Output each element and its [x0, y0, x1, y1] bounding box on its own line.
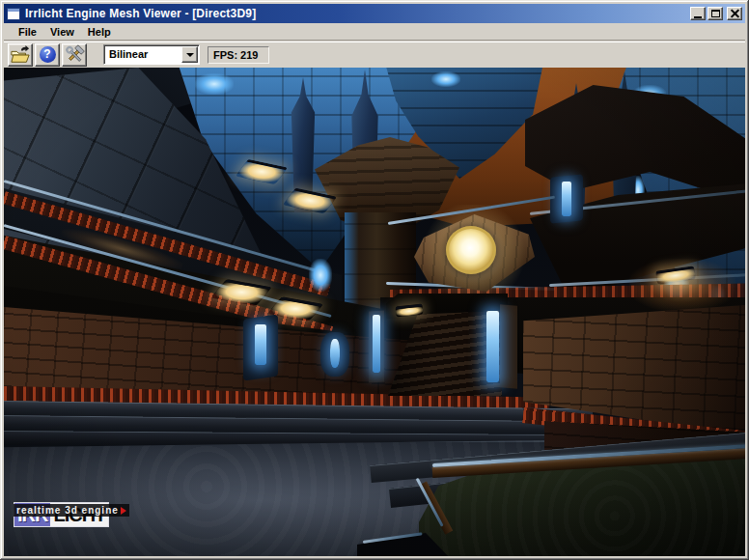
menu-help[interactable]: Help: [81, 24, 118, 40]
vignette: [4, 68, 745, 556]
texture-filter-value: Bilinear: [109, 48, 148, 60]
minimize-button[interactable]: [690, 7, 706, 20]
fps-display: FPS: 219: [208, 46, 269, 64]
toolbar: ? Bilinear FPS: 219: [4, 42, 745, 68]
combo-dropdown-button[interactable]: [181, 46, 198, 63]
viewport-3d[interactable]: IRR LICHT realtime 3d engine: [4, 68, 745, 556]
help-button[interactable]: ?: [35, 43, 60, 67]
chevron-down-icon: [186, 53, 194, 57]
logo-tagline: realtime 3d engine: [14, 504, 129, 517]
close-button[interactable]: [727, 7, 742, 20]
menu-view[interactable]: View: [43, 24, 81, 40]
minimize-icon: [694, 16, 702, 18]
app-window: Irrlicht Engine Mesh Viewer - [Direct3D9…: [0, 0, 749, 560]
maximize-icon: [711, 10, 720, 17]
window-title: Irrlicht Engine Mesh Viewer - [Direct3D9…: [25, 7, 688, 20]
close-icon: [731, 10, 739, 17]
menu-bar: File View Help: [4, 23, 745, 41]
texture-filter-select[interactable]: Bilinear: [103, 44, 200, 65]
open-model-button[interactable]: [8, 43, 33, 67]
logo-arrow-icon: [121, 507, 126, 515]
logo-tagline-text: realtime 3d engine: [16, 505, 119, 516]
help-icon: ?: [40, 46, 56, 63]
tools-icon: [64, 44, 85, 66]
title-bar[interactable]: Irrlicht Engine Mesh Viewer - [Direct3D9…: [4, 4, 745, 23]
maximize-button[interactable]: [707, 7, 723, 20]
app-icon: [7, 8, 20, 20]
menu-file[interactable]: File: [12, 24, 43, 40]
toolset-button[interactable]: [62, 43, 87, 67]
open-folder-icon: [10, 45, 31, 65]
